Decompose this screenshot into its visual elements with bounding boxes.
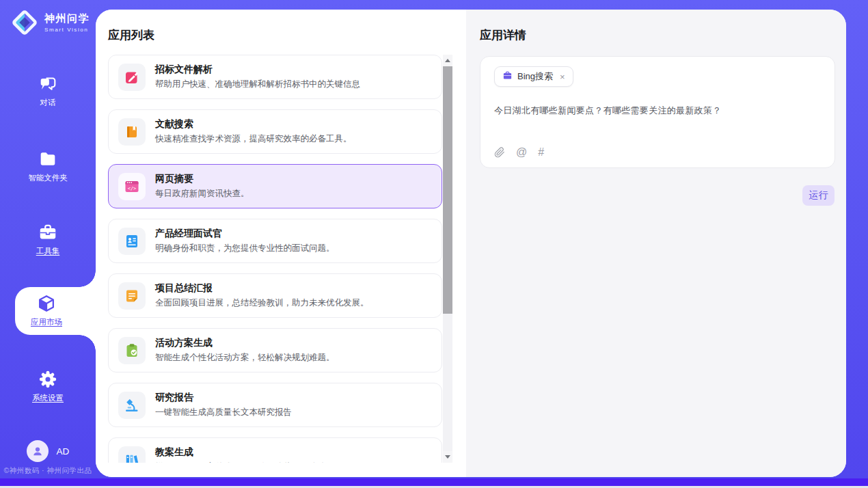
sidebar-item-label: 对话: [40, 98, 56, 108]
diamond-logo-icon: [10, 8, 40, 38]
app-description: 每日政府新闻资讯快查。: [155, 188, 249, 200]
sidebar-item-toolkit[interactable]: 工具集: [0, 222, 96, 256]
svg-text:</>: </>: [128, 185, 137, 191]
app-description: 帮助用户快速、准确地理解和解析招标书中的关键信息: [155, 79, 360, 90]
sidebar-item-smart-folder[interactable]: 智能文件夹: [0, 149, 96, 183]
sidebar-item-app-market[interactable]: 应用市场: [15, 287, 96, 335]
app-list-panel: 应用列表 招标文件解析 帮助用户快速、准确地理解和解析招标书中的关键信息 文献搜…: [96, 10, 466, 477]
sidebar-item-chat[interactable]: 对话: [0, 74, 96, 108]
app-name: 网页摘要: [155, 173, 249, 185]
app-description: 智能生成个性化活动方案，轻松解决规划难题。: [155, 352, 335, 364]
app-list: 招标文件解析 帮助用户快速、准确地理解和解析招标书中的关键信息 文献搜索 快速精…: [108, 55, 442, 463]
app-list-item[interactable]: 研究报告 一键智能生成高质量长文本研究报告: [108, 383, 442, 427]
sidebar-item-label: 工具集: [36, 246, 60, 256]
briefcase-icon: [502, 70, 513, 83]
logo-subtitle: Smart Vision: [44, 27, 90, 33]
book-icon: [118, 118, 146, 146]
resume-icon: [118, 228, 146, 255]
app-list-item[interactable]: 活动方案生成 智能生成个性化活动方案，轻松解决规划难题。: [108, 328, 442, 372]
app-list-item[interactable]: </> 网页摘要 每日政府新闻资讯快查。: [108, 164, 442, 208]
app-list-item[interactable]: 招标文件解析 帮助用户快速、准确地理解和解析招标书中的关键信息: [108, 55, 442, 99]
memo-icon: [118, 282, 146, 310]
main-container: 应用列表 招标文件解析 帮助用户快速、准确地理解和解析招标书中的关键信息 文献搜…: [96, 10, 846, 477]
tool-chip-label: Bing搜索: [517, 70, 553, 83]
scrollbar-thumb[interactable]: [443, 66, 452, 314]
sidebar-item-label: 系统设置: [32, 393, 64, 403]
browser-code-icon: </>: [118, 173, 146, 200]
app-name: 产品经理面试官: [155, 228, 335, 240]
app-list-item[interactable]: 文献搜索 快速精准查找学术资源，提高研究效率的必备工具。: [108, 109, 442, 154]
chat-icon: [38, 74, 58, 94]
app-name: 文献搜索: [155, 118, 352, 131]
copyright-text: ©神州数码 · 神州问学出品: [0, 466, 96, 476]
scrollbar-up-arrow[interactable]: [443, 55, 452, 66]
app-name: 教案生成: [155, 446, 326, 459]
logo-title: 神州问学: [44, 12, 90, 25]
at-icon[interactable]: @: [516, 146, 527, 159]
run-button[interactable]: 运行: [802, 185, 835, 206]
composer-toolbar: @ #: [494, 146, 544, 159]
app-description: 明确身份和职责，为您提供专业性的面试问题。: [155, 243, 335, 254]
app-detail-title: 应用详情: [480, 27, 526, 43]
sidebar-item-settings[interactable]: 系统设置: [0, 369, 96, 403]
paperclip-icon[interactable]: [494, 147, 505, 158]
clipboard-icon: [118, 337, 146, 364]
prompt-card[interactable]: Bing搜索 × 今日湖北有哪些新闻要点？有哪些需要关注的最新政策？ @ #: [480, 56, 835, 168]
bottom-accent-bar: [0, 478, 868, 486]
user-avatar-icon: [27, 440, 49, 462]
sidebar-item-label: 应用市场: [31, 317, 62, 327]
folder-icon: [38, 149, 58, 170]
app-detail-panel: 应用详情 Bing搜索 × 今日湖北有哪些新闻要点？有哪些需要关注的最新政策？ …: [466, 10, 846, 477]
app-name: 项目总结汇报: [155, 282, 369, 295]
sidebar-item-label: 智能文件夹: [28, 173, 68, 183]
app-list-item[interactable]: 项目总结汇报 全面回顾项目进展，总结经验教训，助力未来优化发展。: [108, 273, 442, 318]
app-list-item[interactable]: 产品经理面试官 明确身份和职责，为您提供专业性的面试问题。: [108, 219, 442, 263]
close-icon[interactable]: ×: [560, 72, 565, 81]
edit-square-icon: [118, 64, 146, 91]
user-account[interactable]: AD: [0, 440, 96, 462]
app-list-item[interactable]: 教案生成 模板驱动，教案秒成，教学准备从此轻松快捷: [108, 437, 442, 463]
sidebar: 神州问学 Smart Vision 对话 智能文件夹 工具集 应用市场: [0, 0, 96, 478]
app-description: 模板驱动，教案秒成，教学准备从此轻松快捷: [155, 461, 326, 463]
app-name: 招标文件解析: [155, 64, 360, 76]
app-description: 快速精准查找学术资源，提高研究效率的必备工具。: [155, 133, 352, 145]
scrollbar-down-arrow[interactable]: [443, 451, 452, 463]
app-name: 活动方案生成: [155, 337, 335, 349]
cube-icon: [36, 293, 57, 314]
toolbox-icon: [38, 222, 58, 243]
app-list-scrollbar[interactable]: [443, 55, 452, 463]
app-list-title: 应用列表: [108, 27, 154, 43]
app-name: 研究报告: [155, 392, 292, 404]
app-description: 一键智能生成高质量长文本研究报告: [155, 407, 292, 418]
hash-icon[interactable]: #: [538, 146, 544, 159]
app-description: 全面回顾项目进展，总结经验教训，助力未来优化发展。: [155, 297, 369, 309]
tool-chip-bing-search[interactable]: Bing搜索 ×: [494, 66, 573, 87]
books-icon: [118, 446, 146, 463]
app-logo: 神州问学 Smart Vision: [10, 8, 90, 38]
prompt-text[interactable]: 今日湖北有哪些新闻要点？有哪些需要关注的最新政策？: [494, 105, 821, 117]
microscope-icon: [118, 392, 146, 419]
gear-icon: [38, 369, 58, 390]
user-name: AD: [57, 446, 70, 457]
